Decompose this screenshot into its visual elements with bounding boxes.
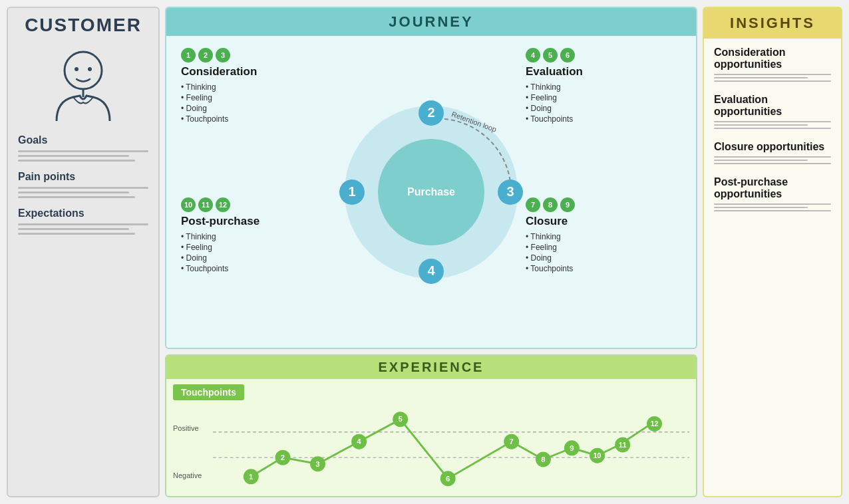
pain-line-3 <box>18 196 135 198</box>
evaluation-list: Thinking Feeling Doing Touchpoints <box>526 82 681 125</box>
journey-circle-center: Retention loop Purchase 1 2 3 4 <box>345 43 518 341</box>
exp-line-1 <box>18 223 148 225</box>
badge-11: 11 <box>198 197 213 212</box>
insight-evaluation-lines <box>714 121 831 129</box>
closure-item-touchpoints: Touchpoints <box>526 264 681 273</box>
badge-6: 6 <box>560 48 575 63</box>
goals-line-2 <box>18 155 129 157</box>
insight-line-e2 <box>714 124 808 126</box>
svg-text:4: 4 <box>357 438 361 445</box>
consideration-item-doing: Doing <box>181 104 337 113</box>
insight-line-pp3 <box>714 210 831 211</box>
expectations-label: Expectations <box>18 207 148 219</box>
middle-section: JOURNEY 1 2 3 Consideration Thinking Fee… <box>165 7 697 497</box>
insight-line-cl1 <box>714 156 831 158</box>
insights-body: Consideration opportunities Evaluation o… <box>704 39 841 496</box>
badge-7: 7 <box>526 197 540 212</box>
closure-badges: 7 8 9 <box>526 197 681 212</box>
expectations-lines <box>18 223 148 235</box>
evaluation-item-doing: Doing <box>526 104 681 113</box>
badge-1: 1 <box>181 48 196 63</box>
journey-body: 1 2 3 Consideration Thinking Feeling Doi… <box>166 36 696 348</box>
pain-points-section: Pain points <box>18 171 148 198</box>
svg-text:5: 5 <box>398 415 403 423</box>
insight-line-e1 <box>714 121 831 122</box>
retention-loop-label: Retention loop <box>450 110 498 134</box>
insight-consideration-lines <box>714 74 831 82</box>
consideration-item-touchpoints: Touchpoints <box>181 114 337 124</box>
svg-text:12: 12 <box>651 420 659 428</box>
exp-line-2 <box>18 228 129 230</box>
purchase-label: Purchase <box>407 186 455 198</box>
customer-panel: CUSTOMER Goals Pain points <box>7 7 160 497</box>
experience-chart: 1 2 3 4 5 <box>213 384 689 489</box>
badge-9: 9 <box>560 197 575 212</box>
insight-evaluation: Evaluation opportunities <box>714 94 831 136</box>
chart-area: Positive Negative 1 <box>173 384 689 489</box>
circle-inner: Purchase <box>378 139 484 245</box>
post-purchase-title: Post-purchase <box>181 215 337 228</box>
post-purchase-item-doing: Doing <box>181 253 337 263</box>
closure-title: Closure <box>526 215 681 228</box>
insight-line-cl3 <box>714 163 831 164</box>
svg-text:1: 1 <box>249 473 254 481</box>
pain-line-1 <box>18 187 148 189</box>
goals-lines <box>18 150 148 162</box>
svg-text:3: 3 <box>315 460 319 468</box>
step-circle-1: 1 <box>339 180 365 205</box>
consideration-title: Consideration <box>181 65 337 78</box>
consideration-badges: 1 2 3 <box>181 48 337 63</box>
insight-line-c3 <box>714 80 831 82</box>
closure-quadrant: 7 8 9 Closure Thinking Feeling Doing Tou… <box>518 192 689 342</box>
insights-panel: INSIGHTS Consideration opportunities Eva… <box>703 7 842 497</box>
svg-point-0 <box>65 52 102 89</box>
customer-title: CUSTOMER <box>25 15 142 36</box>
touchpoints-label: Touchpoints <box>173 384 244 400</box>
evaluation-quadrant: 4 5 6 Evaluation Thinking Feeling Doing … <box>518 43 689 192</box>
insight-line-cl2 <box>714 160 808 161</box>
consideration-list: Thinking Feeling Doing Touchpoints <box>181 82 337 125</box>
svg-text:8: 8 <box>541 455 546 463</box>
evaluation-item-feeling: Feeling <box>526 93 681 102</box>
pain-points-label: Pain points <box>18 171 148 183</box>
consideration-item-thinking: Thinking <box>181 82 337 92</box>
avatar <box>43 43 123 122</box>
evaluation-badges: 4 5 6 <box>526 48 681 63</box>
svg-text:9: 9 <box>570 444 574 452</box>
circle-outer: Retention loop Purchase 1 2 3 4 <box>345 106 518 279</box>
insight-post-purchase-lines <box>714 203 831 211</box>
experience-body: Touchpoints Positive Negative <box>166 379 696 496</box>
insight-closure-title: Closure opportunities <box>714 141 831 153</box>
post-purchase-quadrant: 10 11 12 Post-purchase Thinking Feeling … <box>173 192 345 342</box>
goals-line-1 <box>18 150 148 152</box>
badge-4: 4 <box>526 48 540 63</box>
insight-closure-lines <box>714 156 831 164</box>
evaluation-title: Evaluation <box>526 65 681 78</box>
post-purchase-list: Thinking Feeling Doing Touchpoints <box>181 232 337 275</box>
svg-text:7: 7 <box>510 438 514 445</box>
experience-header: EXPERIENCE <box>166 356 696 379</box>
insight-consideration: Consideration opportunities <box>714 47 831 88</box>
experience-panel: EXPERIENCE Touchpoints Positive Negative <box>165 354 697 497</box>
goals-label: Goals <box>18 134 148 146</box>
pain-points-lines <box>18 187 148 198</box>
insight-line-e3 <box>714 128 831 129</box>
badge-10: 10 <box>181 197 196 212</box>
insight-line-c1 <box>714 74 831 75</box>
chart-svg-container: 1 2 3 4 5 <box>213 384 689 489</box>
step-circle-3: 3 <box>498 180 523 205</box>
negative-label: Negative <box>173 471 216 483</box>
step-circle-4: 4 <box>419 259 444 284</box>
svg-text:6: 6 <box>446 475 450 483</box>
insight-closure: Closure opportunities <box>714 141 831 171</box>
insight-line-pp2 <box>714 207 808 208</box>
badge-12: 12 <box>216 197 230 212</box>
svg-point-2 <box>88 67 92 71</box>
journey-panel: JOURNEY 1 2 3 Consideration Thinking Fee… <box>165 7 697 349</box>
insight-evaluation-title: Evaluation opportunities <box>714 94 831 118</box>
svg-point-1 <box>75 67 79 71</box>
insight-post-purchase-title: Post-purchase opportunities <box>714 176 831 200</box>
insight-post-purchase: Post-purchase opportunities <box>714 176 831 218</box>
svg-text:11: 11 <box>619 441 627 449</box>
badge-5: 5 <box>543 48 558 63</box>
